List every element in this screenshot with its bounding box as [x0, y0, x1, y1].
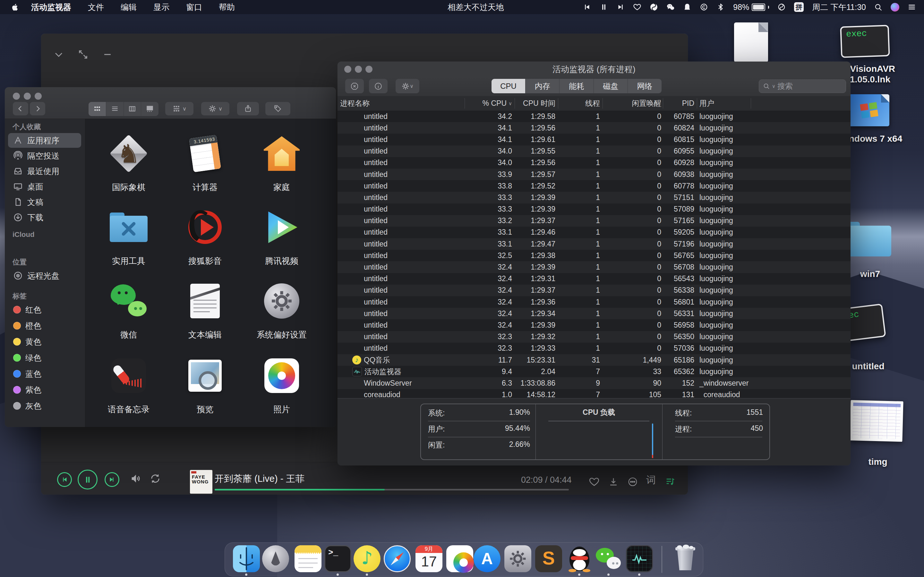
dock-system-preferences-icon[interactable] — [504, 545, 531, 572]
sync-status[interactable] — [773, 0, 790, 14]
creative-cloud-status[interactable] — [696, 0, 712, 14]
close-button[interactable] — [13, 93, 20, 100]
search-field[interactable]: ∨ 搜索 — [759, 79, 846, 93]
list-view-button[interactable] — [106, 102, 124, 116]
icon-view-button[interactable] — [89, 102, 106, 116]
more-options-icon[interactable] — [627, 476, 638, 487]
process-row[interactable]: untitled32.31:29.331057036luoguojing — [338, 343, 851, 354]
media-previous-status[interactable] — [579, 0, 596, 14]
sidebar-item-红色[interactable]: 红色 — [8, 302, 81, 317]
menu-clock[interactable]: 周二 下午11:30 — [808, 0, 870, 14]
app-计算器[interactable]: 3.141593计算器 — [168, 134, 242, 193]
desktop-item-Windows 7 x64[interactable] — [849, 94, 889, 126]
dock-safari-icon[interactable] — [384, 545, 411, 572]
app-预览[interactable]: 预览 — [168, 356, 242, 415]
app-照片[interactable]: 照片 — [245, 356, 318, 415]
process-row[interactable]: untitled34.01:29.561060928luoguojing — [338, 157, 851, 169]
process-row[interactable]: untitled33.11:29.461059205luoguojing — [338, 227, 851, 238]
dock-finder-icon[interactable] — [233, 545, 260, 572]
process-row[interactable]: untitled32.41:29.391056958luoguojing — [338, 319, 851, 331]
process-row[interactable]: untitled32.41:29.361056801luoguojing — [338, 296, 851, 308]
process-row[interactable]: ♪QQ音乐11.715:23.31311,44965186luoguojing — [338, 354, 851, 366]
app-实用工具[interactable]: 实用工具 — [92, 207, 166, 267]
process-row[interactable]: untitled33.21:29.371057165luoguojing — [338, 215, 851, 227]
previous-track-button[interactable] — [57, 472, 72, 487]
dock-calendar-icon[interactable]: 9月17 — [415, 545, 443, 572]
sidebar-item-隔空投送[interactable]: 隔空投送 — [8, 148, 81, 163]
share-button[interactable] — [237, 102, 259, 115]
sidebar-item-黄色[interactable]: 黄色 — [8, 334, 81, 349]
sidebar-item-绿色[interactable]: 绿色 — [8, 350, 81, 365]
minimize-icon[interactable] — [102, 49, 113, 60]
dock-launchpad-icon[interactable] — [262, 545, 289, 572]
app-menu-title[interactable]: 活动监视器 — [25, 0, 79, 14]
collapse-chevron-icon[interactable] — [53, 49, 64, 60]
media-pause-status[interactable] — [596, 0, 612, 14]
process-row[interactable]: 活动监视器9.42.0473365362luoguojing — [338, 366, 851, 377]
dock-qq-music-icon[interactable]: ♪ — [354, 545, 381, 572]
gallery-view-button[interactable] — [141, 102, 158, 116]
process-row[interactable]: untitled32.41:29.341056331luoguojing — [338, 308, 851, 319]
album-art[interactable]: FAYE WONG — [190, 470, 212, 494]
column-header-进程名称[interactable]: 进程名称 — [340, 96, 462, 111]
column-header-CPU 时间[interactable]: CPU 时间 — [496, 96, 556, 111]
menu-item-3[interactable]: 窗口 — [178, 0, 210, 14]
repeat-icon[interactable] — [150, 473, 161, 484]
process-row[interactable]: untitled34.01:29.551060955luoguojing — [338, 145, 851, 157]
dock-app-store-icon[interactable]: A — [473, 545, 501, 572]
tag-button[interactable] — [265, 102, 290, 115]
menu-item-0[interactable]: 文件 — [79, 0, 112, 14]
next-track-button[interactable] — [105, 472, 120, 487]
column-header-线程[interactable]: 线程 — [559, 96, 600, 111]
sidebar-item-应用程序[interactable]: 应用程序 — [8, 133, 81, 148]
quit-process-button[interactable] — [345, 79, 364, 93]
forward-button[interactable] — [30, 102, 45, 115]
dock-trash-icon[interactable] — [672, 545, 699, 572]
process-row[interactable]: untitled34.21:29.581060785luoguojing — [338, 111, 851, 122]
notification-center-status[interactable] — [903, 0, 920, 14]
app-腾讯视频[interactable]: 腾讯视频 — [245, 207, 318, 267]
sidebar-item-远程光盘[interactable]: 远程光盘 — [8, 268, 81, 283]
battery-status[interactable]: 98% — [729, 0, 773, 14]
tab-能耗[interactable]: 能耗 — [559, 79, 594, 93]
column-header-用户[interactable]: 用户 — [699, 96, 764, 111]
dock-wechat-icon[interactable] — [595, 545, 622, 572]
process-row[interactable]: untitled34.11:29.611060815luoguojing — [338, 134, 851, 145]
lyrics-button[interactable]: 词 — [646, 474, 656, 487]
process-row[interactable]: untitled33.31:29.391057089luoguojing — [338, 203, 851, 215]
process-row[interactable]: untitled32.41:29.311056543luoguojing — [338, 273, 851, 285]
sidebar-item-紫色[interactable]: 紫色 — [8, 382, 81, 397]
app-语音备忘录[interactable]: 语音备忘录 — [92, 356, 166, 415]
dock-activity-monitor-icon[interactable] — [626, 545, 653, 572]
wechat-status[interactable] — [662, 0, 679, 14]
sidebar-item-文稿[interactable]: 文稿 — [8, 195, 81, 210]
process-row[interactable]: WindowServer6.31:33:08.86990152_windowse… — [338, 377, 851, 389]
action-gear-button[interactable]: ∨ — [201, 102, 229, 115]
spotlight-status[interactable] — [870, 0, 887, 14]
column-header-PID[interactable]: PID — [664, 96, 694, 111]
favorite-heart-icon[interactable] — [589, 476, 599, 487]
menu-item-4[interactable]: 帮助 — [210, 0, 243, 14]
sidebar-item-橙色[interactable]: 橙色 — [8, 318, 81, 333]
column-view-button[interactable] — [124, 102, 142, 116]
desktop-item-document[interactable] — [734, 23, 768, 62]
media-next-status[interactable] — [612, 0, 629, 14]
desktop-item-eVisionAVR 1.05.0.lnk[interactable]: exec — [840, 25, 890, 58]
notification-status[interactable] — [679, 0, 696, 14]
sidebar-item-灰色[interactable]: 灰色 — [8, 398, 81, 413]
siri-status[interactable] — [887, 0, 903, 14]
sidebar-item-下载[interactable]: 下载 — [8, 210, 81, 225]
tab-CPU[interactable]: CPU — [491, 79, 525, 93]
inspect-process-button[interactable] — [369, 79, 388, 93]
heart-status[interactable] — [629, 0, 646, 14]
tab-网络[interactable]: 网络 — [628, 79, 662, 93]
zoom-button[interactable] — [35, 93, 42, 100]
dock-photos-icon[interactable] — [446, 545, 473, 572]
app-家庭[interactable]: 家庭 — [245, 134, 318, 193]
download-icon[interactable] — [608, 476, 619, 487]
process-row[interactable]: untitled32.41:29.371056338luoguojing — [338, 285, 851, 296]
process-row[interactable]: untitled32.41:29.391056708luoguojing — [338, 261, 851, 273]
settings-gear-button[interactable]: ∨ — [396, 79, 419, 93]
app-微信[interactable]: 微信 — [92, 281, 166, 340]
app-系统偏好设置[interactable]: 系统偏好设置 — [245, 281, 318, 340]
